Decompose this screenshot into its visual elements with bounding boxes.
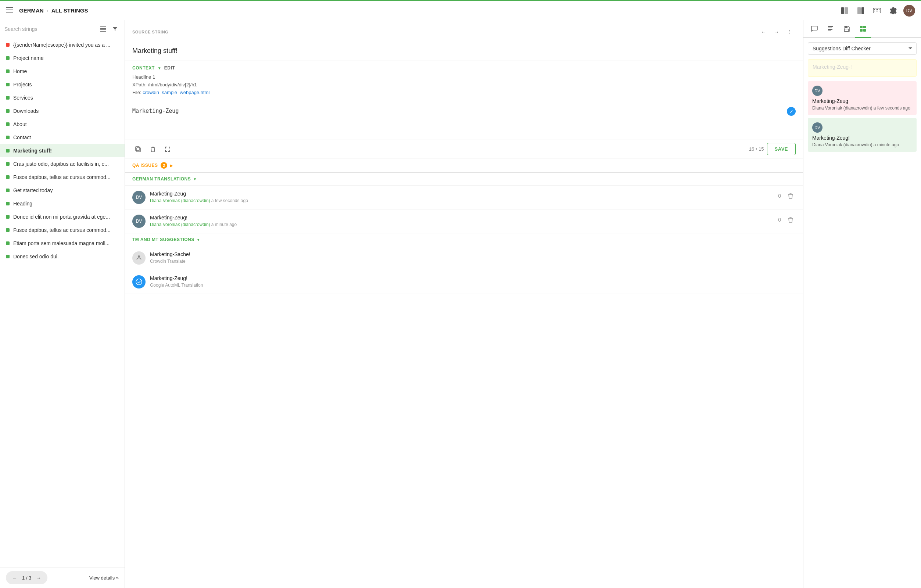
- sidebar-item-contact[interactable]: Contact: [0, 131, 125, 144]
- sidebar-item-about[interactable]: About: [0, 117, 125, 131]
- svg-rect-13: [876, 11, 878, 11]
- translation-input[interactable]: Marketing-Zeug: [132, 107, 796, 133]
- suggestion-source: Crowdin Translate: [150, 259, 796, 264]
- suggestion-text: Marketing-Zeug!: [150, 275, 796, 281]
- save-tab[interactable]: [839, 20, 855, 38]
- qa-issues-section[interactable]: QA ISSUES 2 ▶: [125, 158, 803, 173]
- next-page-button[interactable]: →: [34, 573, 43, 582]
- keyboard-icon[interactable]: [871, 5, 883, 16]
- status-dot: [6, 122, 10, 126]
- translation-author[interactable]: Diana Voroniak (dianacrowdin): [150, 198, 210, 203]
- diff-meta: Diana Voroniak (dianacrowdin) a minute a…: [812, 142, 912, 147]
- grid-tab[interactable]: [855, 20, 871, 38]
- source-string-header: SOURCE STRING ← → ⋮: [125, 20, 803, 41]
- sidebar-item-services[interactable]: Services: [0, 91, 125, 104]
- sidebar-item-text: Heading: [13, 201, 119, 207]
- translation-text: Marketing-Zeug!: [150, 215, 774, 220]
- qa-issues-count: 2: [161, 162, 167, 169]
- settings-icon[interactable]: [887, 5, 899, 16]
- diff-avatar: DV: [812, 86, 822, 96]
- svg-point-22: [136, 279, 142, 285]
- more-options-button[interactable]: ⋮: [784, 26, 796, 38]
- translator-avatar: DV: [132, 215, 146, 228]
- sidebar-item-project[interactable]: Project name: [0, 51, 125, 65]
- sidebar-item-fusce1[interactable]: Fusce dapibus, tellus ac cursus commod..…: [0, 171, 125, 184]
- view-details-link[interactable]: View details »: [89, 575, 119, 581]
- svg-rect-18: [100, 31, 106, 32]
- sidebar-item-home[interactable]: Home: [0, 65, 125, 78]
- suggestions-header[interactable]: TM AND MT SUGGESTIONS ▼: [125, 233, 803, 246]
- sidebar-item-text: Donec id elit non mi porta gravida at eg…: [13, 214, 119, 220]
- sidebar-item-text: Cras justo odio, dapibus ac facilisis in…: [13, 161, 119, 167]
- qa-chevron-icon: ▶: [170, 163, 173, 168]
- translation-votes: 0: [778, 217, 781, 223]
- sidebar-item-donec2[interactable]: Donec sed odio dui.: [0, 250, 125, 263]
- context-file: File: crowdin_sample_webpage.html: [132, 89, 796, 97]
- diff-author: Diana Voroniak (dianacrowdin): [812, 106, 872, 111]
- svg-rect-10: [877, 9, 878, 10]
- all-strings-label[interactable]: ALL STRINGS: [52, 7, 88, 14]
- diff-checker-select[interactable]: Suggestions Diff Checker: [808, 42, 916, 55]
- search-input[interactable]: [5, 26, 95, 32]
- edit-button[interactable]: EDIT: [164, 65, 175, 70]
- sidebar-item-cras[interactable]: Cras justo odio, dapibus ac facilisis in…: [0, 157, 125, 171]
- status-dot: [6, 70, 10, 73]
- right-panel-content: Suggestions Diff Checker Marketing-Zeug-…: [804, 38, 921, 588]
- svg-rect-17: [100, 29, 106, 30]
- save-button[interactable]: SAVE: [767, 143, 796, 155]
- svg-rect-0: [6, 7, 13, 8]
- svg-rect-20: [136, 147, 139, 151]
- context-headline: Headline 1: [132, 73, 796, 81]
- svg-rect-28: [845, 29, 849, 31]
- sidebar-item-sender[interactable]: {{senderName|escape}} invited you as a .…: [0, 38, 125, 51]
- svg-rect-24: [828, 28, 832, 28]
- prev-string-button[interactable]: ←: [757, 26, 769, 38]
- sidebar-item-projects[interactable]: Projects: [0, 78, 125, 91]
- menu-icon[interactable]: [6, 6, 13, 15]
- context-file-link[interactable]: crowdin_sample_webpage.html: [143, 90, 210, 95]
- sidebar-item-etiam[interactable]: Etiam porta sem malesuada magna moll...: [0, 237, 125, 250]
- layout2-icon[interactable]: [855, 5, 867, 16]
- sidebar-item-marketing[interactable]: Marketing stuff!: [0, 144, 125, 157]
- status-dot: [6, 96, 10, 99]
- layout1-icon[interactable]: [839, 5, 851, 16]
- translation-author[interactable]: Diana Voroniak (dianacrowdin): [150, 222, 210, 227]
- sidebar-item-downloads[interactable]: Downloads: [0, 104, 125, 117]
- language-label[interactable]: GERMAN: [19, 7, 44, 14]
- sidebar-item-getstarted[interactable]: Get started today: [0, 184, 125, 197]
- history-tab[interactable]: [822, 20, 839, 38]
- search-icons: [98, 24, 120, 34]
- context-header: CONTEXT ▼ EDIT: [132, 65, 796, 70]
- sidebar-item-fusce2[interactable]: Fusce dapibus, tellus ac cursus commod..…: [0, 223, 125, 237]
- prev-page-button[interactable]: ←: [10, 573, 19, 582]
- translation-votes: 0: [778, 193, 781, 199]
- search-bar: [0, 20, 125, 38]
- svg-rect-3: [841, 7, 844, 14]
- user-avatar[interactable]: DV: [903, 5, 915, 16]
- translation-item: DV Marketing-Zeug! Diana Voroniak (diana…: [125, 210, 803, 233]
- comments-tab[interactable]: [806, 20, 822, 38]
- status-dot: [6, 149, 10, 153]
- list-view-icon[interactable]: [98, 24, 108, 34]
- suggestions-chevron-icon: ▼: [197, 238, 200, 242]
- diff-current-text: Marketing-Zeug-!: [808, 59, 916, 77]
- delete-translation-button[interactable]: [785, 215, 796, 225]
- sidebar-item-text: Contact: [13, 135, 119, 140]
- svg-rect-26: [828, 31, 831, 31]
- translation-text: Marketing-Zeug: [150, 191, 774, 197]
- copy-button[interactable]: [132, 143, 144, 155]
- german-translations-header[interactable]: GERMAN TRANSLATIONS ▼: [125, 173, 803, 186]
- delete-button[interactable]: [147, 143, 159, 155]
- svg-rect-16: [100, 28, 106, 29]
- delete-translation-button[interactable]: [785, 191, 796, 201]
- pagination-text: 1 / 3: [22, 575, 31, 581]
- context-details: Headline 1 XPath: /html/body/div/div[2]/…: [132, 73, 796, 96]
- sidebar-item-donec1[interactable]: Donec id elit non mi porta gravida at eg…: [0, 210, 125, 223]
- filter-icon[interactable]: [110, 24, 120, 34]
- diff-text: Marketing-Zeug!: [812, 135, 912, 141]
- context-chevron-icon[interactable]: ▼: [158, 66, 161, 70]
- diff-item-header: DV: [812, 86, 912, 96]
- sidebar-item-heading[interactable]: Heading: [0, 197, 125, 210]
- expand-button[interactable]: [162, 143, 174, 155]
- next-string-button[interactable]: →: [771, 26, 783, 38]
